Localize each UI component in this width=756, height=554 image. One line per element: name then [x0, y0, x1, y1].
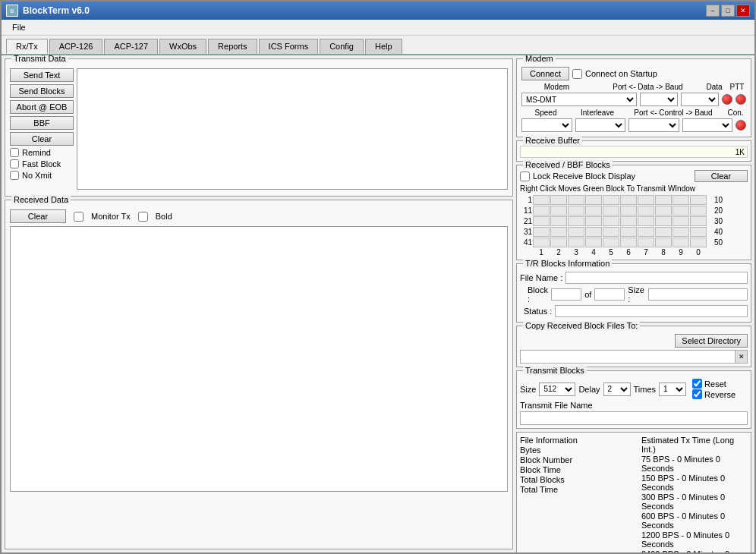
send-text-button[interactable]: Send Text — [10, 68, 74, 82]
maximize-button[interactable]: □ — [721, 5, 735, 17]
block-cell[interactable] — [655, 238, 672, 247]
block-cell[interactable] — [673, 238, 689, 247]
block-cell[interactable] — [585, 227, 602, 237]
block-cell[interactable] — [673, 206, 689, 216]
block-cell[interactable] — [568, 206, 584, 216]
block-cell[interactable] — [690, 195, 707, 205]
connect-startup-checkbox[interactable] — [572, 69, 582, 79]
block-cell[interactable] — [550, 195, 567, 205]
reset-checkbox[interactable] — [692, 379, 702, 389]
block-cell[interactable] — [655, 195, 672, 205]
tab-reports[interactable]: Reports — [208, 39, 257, 54]
dir-clear-button[interactable]: ✕ — [735, 351, 747, 363]
block-cell[interactable] — [603, 206, 619, 216]
size-select[interactable]: 512 — [539, 382, 575, 396]
tab-help[interactable]: Help — [365, 39, 402, 54]
tab-wxobs[interactable]: WxObs — [159, 39, 206, 54]
block-cell[interactable] — [690, 206, 707, 216]
block-cell[interactable] — [673, 227, 689, 237]
bold-checkbox[interactable] — [138, 212, 148, 222]
block-input[interactable] — [551, 288, 581, 301]
block-cell[interactable] — [533, 206, 550, 216]
block-cell[interactable] — [585, 238, 602, 247]
block-cell[interactable] — [638, 216, 654, 226]
tx-filename-input[interactable] — [520, 411, 748, 425]
block-cell[interactable] — [550, 206, 567, 216]
block-cell[interactable] — [603, 238, 619, 247]
remind-checkbox[interactable] — [10, 148, 19, 157]
block-cell[interactable] — [690, 216, 707, 226]
received-textarea[interactable] — [10, 226, 508, 492]
data-baud-select[interactable] — [681, 93, 719, 106]
control-baud-select[interactable] — [682, 118, 733, 132]
block-cell[interactable] — [603, 195, 619, 205]
reverse-checkbox[interactable] — [692, 389, 702, 399]
minimize-button[interactable]: − — [706, 5, 720, 17]
file-menu[interactable]: File — [6, 21, 32, 33]
block-cell[interactable] — [568, 195, 584, 205]
speed-select[interactable] — [521, 118, 572, 132]
block-cell[interactable] — [673, 195, 689, 205]
fast-block-checkbox[interactable] — [10, 159, 19, 168]
block-cell[interactable] — [655, 227, 672, 237]
fast-block-label: Fast Block — [22, 159, 61, 168]
block-cell[interactable] — [655, 206, 672, 216]
block-cell[interactable] — [603, 227, 619, 237]
transmit-textarea[interactable] — [77, 68, 508, 190]
block-cell[interactable] — [620, 216, 637, 226]
clear-rx-button[interactable]: Clear — [10, 209, 66, 223]
block-cell[interactable] — [568, 216, 584, 226]
block-cell[interactable] — [550, 227, 567, 237]
block-cell[interactable] — [620, 195, 637, 205]
clear-tx-button[interactable]: Clear — [10, 132, 74, 146]
block-cell[interactable] — [585, 206, 602, 216]
close-button[interactable]: ✕ — [736, 5, 750, 17]
of-input[interactable] — [594, 288, 625, 301]
block-cell[interactable] — [550, 216, 567, 226]
port-select[interactable] — [640, 93, 678, 106]
tab-rxtx[interactable]: Rx/Tx — [6, 39, 48, 54]
block-cell[interactable] — [533, 227, 550, 237]
lock-display-checkbox[interactable] — [520, 172, 530, 181]
block-cell[interactable] — [638, 227, 654, 237]
block-cell[interactable] — [568, 227, 584, 237]
tab-config[interactable]: Config — [320, 39, 364, 54]
delay-select[interactable]: 2 — [603, 382, 631, 396]
block-cell[interactable] — [533, 195, 550, 205]
file-name-input[interactable] — [565, 272, 748, 284]
block-cell[interactable] — [655, 216, 672, 226]
tab-acp126[interactable]: ACP-126 — [49, 39, 103, 54]
block-cell[interactable] — [620, 227, 637, 237]
size-input[interactable] — [648, 288, 748, 301]
abort-eob-button[interactable]: Abort @ EOB — [10, 100, 74, 114]
block-cell[interactable] — [533, 216, 550, 226]
block-cell[interactable] — [638, 195, 654, 205]
modem-select[interactable]: MS-DMT — [521, 93, 637, 106]
block-cell[interactable] — [585, 195, 602, 205]
tab-icsforms[interactable]: ICS Forms — [259, 39, 319, 54]
send-blocks-button[interactable]: Send Blocks — [10, 84, 74, 98]
connect-button[interactable]: Connect — [521, 67, 569, 80]
block-cell[interactable] — [603, 216, 619, 226]
block-cell[interactable] — [568, 238, 584, 247]
block-cell[interactable] — [585, 216, 602, 226]
control-port-select[interactable] — [628, 118, 679, 132]
times-select[interactable]: 1 — [659, 382, 686, 396]
tab-acp127[interactable]: ACP-127 — [104, 39, 158, 54]
block-cell[interactable] — [533, 238, 550, 247]
block-cell[interactable] — [673, 216, 689, 226]
block-cell[interactable] — [550, 238, 567, 247]
monitor-tx-checkbox[interactable] — [74, 212, 83, 222]
block-cell[interactable] — [638, 206, 654, 216]
block-cell[interactable] — [690, 227, 707, 237]
block-cell[interactable] — [638, 238, 654, 247]
block-cell[interactable] — [620, 206, 637, 216]
interleave-select[interactable] — [575, 118, 626, 132]
clear-bbf-button[interactable]: Clear — [695, 170, 748, 182]
select-directory-button[interactable]: Select Directory — [675, 334, 748, 348]
status-input[interactable] — [555, 305, 748, 317]
block-cell[interactable] — [620, 238, 637, 247]
no-xmit-checkbox[interactable] — [10, 171, 19, 180]
block-cell[interactable] — [690, 238, 707, 247]
bbf-button[interactable]: BBF — [10, 116, 74, 130]
